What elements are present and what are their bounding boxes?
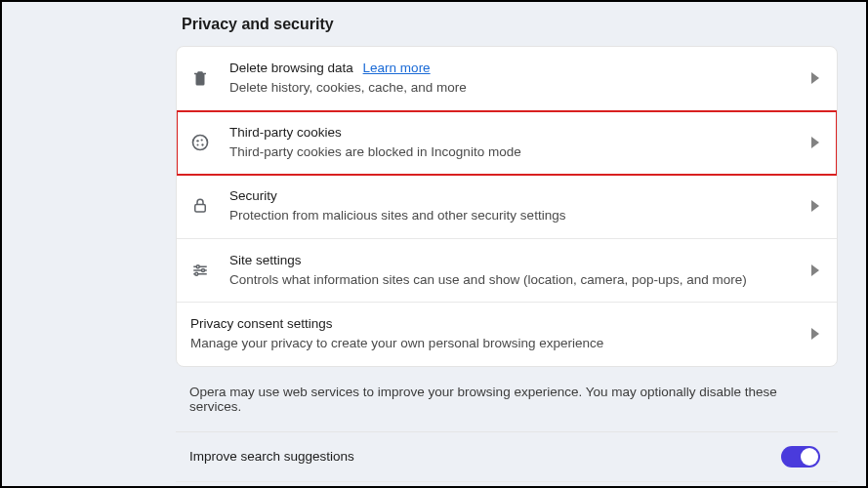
row-body: Privacy consent settings Manage your pri…: [190, 314, 802, 354]
privacy-card: Delete browsing data Learn more Delete h…: [176, 46, 838, 367]
svg-point-4: [197, 143, 199, 145]
chevron-right-icon: [811, 264, 819, 276]
row-body: Security Protection from malicious sites…: [229, 186, 802, 226]
chevron-right-icon: [811, 72, 819, 84]
svg-point-9: [202, 268, 205, 271]
row-subtitle: Protection from malicious sites and othe…: [229, 206, 802, 225]
toggle-improve-search: Improve search suggestions: [176, 432, 838, 482]
toggle-label: Improve search suggestions: [189, 449, 354, 464]
svg-point-2: [201, 139, 203, 141]
svg-rect-5: [195, 205, 206, 213]
lock-icon: [190, 196, 210, 216]
svg-point-11: [195, 272, 198, 275]
switch-improve-search[interactable]: [781, 446, 820, 468]
svg-point-3: [201, 143, 203, 145]
row-title: Security: [229, 186, 802, 206]
chevron-right-icon: [811, 200, 819, 212]
row-title: Privacy consent settings: [190, 314, 802, 334]
row-subtitle: Manage your privacy to create your own p…: [190, 334, 802, 353]
row-subtitle: Delete history, cookies, cache, and more: [229, 78, 802, 98]
learn-more-link[interactable]: Learn more: [363, 61, 431, 75]
svg-point-0: [193, 135, 208, 149]
settings-page: Privacy and security Delete browsing dat…: [2, 2, 866, 488]
row-body: Third-party cookies Third-party cookies …: [229, 123, 802, 163]
chevron-right-icon: [811, 137, 819, 148]
row-body: Site settings Controls what information …: [229, 251, 802, 291]
row-third-party-cookies[interactable]: Third-party cookies Third-party cookies …: [177, 111, 837, 176]
row-title: Site settings: [229, 251, 802, 270]
svg-point-7: [196, 265, 199, 268]
row-title-text: Delete browsing data: [229, 61, 353, 75]
chevron-right-icon: [811, 328, 819, 340]
services-note: Opera may use web services to improve yo…: [176, 367, 838, 432]
row-delete-browsing-data[interactable]: Delete browsing data Learn more Delete h…: [177, 47, 837, 111]
sliders-icon: [190, 261, 210, 280]
row-subtitle: Third-party cookies are blocked in Incog…: [229, 142, 802, 162]
trash-icon: [190, 68, 210, 88]
row-title: Delete browsing data Learn more: [229, 59, 802, 78]
svg-point-1: [196, 140, 198, 142]
cookie-icon: [190, 133, 210, 152]
row-body: Delete browsing data Learn more Delete h…: [229, 59, 802, 99]
row-site-settings[interactable]: Site settings Controls what information …: [177, 239, 837, 304]
row-security[interactable]: Security Protection from malicious sites…: [177, 175, 837, 239]
section-title: Privacy and security: [182, 16, 866, 33]
row-title: Third-party cookies: [229, 123, 802, 142]
row-privacy-consent[interactable]: Privacy consent settings Manage your pri…: [177, 303, 837, 366]
toggle-crash-reports: Automatically send crash reports to Oper…: [176, 482, 838, 489]
row-subtitle: Controls what information sites can use …: [229, 270, 802, 290]
